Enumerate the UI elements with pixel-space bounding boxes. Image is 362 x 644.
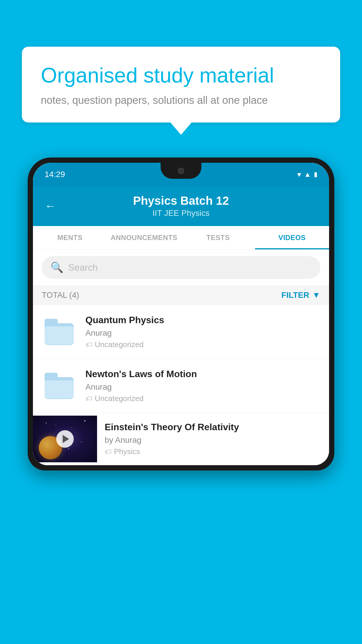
folder-thumbnail-1 xyxy=(42,314,77,349)
status-bar: 14:29 ▾ ▲ ▮ xyxy=(33,163,329,186)
phone-camera xyxy=(178,168,184,174)
video-info-3: Einstein's Theory Of Relativity by Anura… xyxy=(97,413,329,465)
video-author: by Anurag xyxy=(105,435,323,445)
folder-thumbnail-2 xyxy=(42,368,77,403)
tag-icon: 🏷 xyxy=(85,341,92,349)
video-thumbnail-3 xyxy=(33,416,97,462)
signal-icon: ▲ xyxy=(304,170,311,178)
status-icons: ▾ ▲ ▮ xyxy=(297,170,317,179)
list-item[interactable]: Einstein's Theory Of Relativity by Anura… xyxy=(33,413,329,465)
tag-icon: 🏷 xyxy=(105,448,112,456)
tab-announcements[interactable]: ANNOUNCEMENTS xyxy=(107,226,181,249)
tab-tests[interactable]: TESTS xyxy=(181,226,255,249)
filter-button[interactable]: FILTER ▼ xyxy=(281,290,320,300)
app-header: ← Physics Batch 12 IIT JEE Physics xyxy=(33,186,329,226)
tag-icon: 🏷 xyxy=(85,395,92,403)
search-placeholder: Search xyxy=(68,262,98,273)
video-info-2: Newton's Laws of Motion Anurag 🏷 Uncateg… xyxy=(85,369,320,403)
total-label: TOTAL (4) xyxy=(42,290,79,300)
tag-label: Uncategorized xyxy=(95,394,144,403)
video-author: Anurag xyxy=(85,382,320,392)
list-item[interactable]: Quantum Physics Anurag 🏷 Uncategorized xyxy=(33,305,329,359)
battery-icon: ▮ xyxy=(314,171,317,178)
filter-icon: ▼ xyxy=(312,290,320,300)
folder-icon xyxy=(45,319,74,345)
video-list: Quantum Physics Anurag 🏷 Uncategorized xyxy=(33,305,329,465)
header-title: Physics Batch 12 xyxy=(64,194,298,207)
search-bar[interactable]: 🔍 Search xyxy=(42,256,320,279)
back-button[interactable]: ← xyxy=(45,200,56,212)
phone-outer: 14:29 ▾ ▲ ▮ ← Physics Batch 12 IIT JEE P… xyxy=(28,158,334,470)
status-time: 14:29 xyxy=(45,170,65,179)
video-title: Newton's Laws of Motion xyxy=(85,369,320,379)
video-title: Quantum Physics xyxy=(85,315,320,326)
play-button[interactable] xyxy=(56,430,74,448)
tab-bar: MENTS ANNOUNCEMENTS TESTS VIDEOS xyxy=(33,226,329,250)
search-icon: 🔍 xyxy=(50,261,64,274)
info-card-title: Organised study material xyxy=(41,63,321,88)
tag-label: Physics xyxy=(114,447,140,456)
video-author: Anurag xyxy=(85,328,320,338)
phone-frame: 14:29 ▾ ▲ ▮ ← Physics Batch 12 IIT JEE P… xyxy=(28,158,334,644)
video-info-1: Quantum Physics Anurag 🏷 Uncategorized xyxy=(85,315,320,349)
header-subtitle: IIT JEE Physics xyxy=(64,209,298,218)
play-triangle-icon xyxy=(63,435,69,443)
folder-icon xyxy=(45,373,74,399)
info-card: Organised study material notes, question… xyxy=(22,47,340,123)
video-title: Einstein's Theory Of Relativity xyxy=(105,422,323,433)
search-container: 🔍 Search xyxy=(33,250,329,285)
phone-notch xyxy=(161,163,201,179)
tab-videos[interactable]: VIDEOS xyxy=(255,226,329,249)
video-tag: 🏷 Physics xyxy=(105,447,323,456)
tab-ments[interactable]: MENTS xyxy=(33,226,107,249)
video-tag: 🏷 Uncategorized xyxy=(85,340,320,349)
tag-label: Uncategorized xyxy=(95,340,144,349)
phone-screen: 14:29 ▾ ▲ ▮ ← Physics Batch 12 IIT JEE P… xyxy=(33,163,329,465)
filter-label: FILTER xyxy=(281,290,309,300)
video-tag: 🏷 Uncategorized xyxy=(85,394,320,403)
info-card-subtitle: notes, question papers, solutions all at… xyxy=(41,94,321,106)
header-center: Physics Batch 12 IIT JEE Physics xyxy=(64,194,298,218)
list-item[interactable]: Newton's Laws of Motion Anurag 🏷 Uncateg… xyxy=(33,359,329,413)
filter-row: TOTAL (4) FILTER ▼ xyxy=(33,285,329,305)
wifi-icon: ▾ xyxy=(297,170,301,179)
